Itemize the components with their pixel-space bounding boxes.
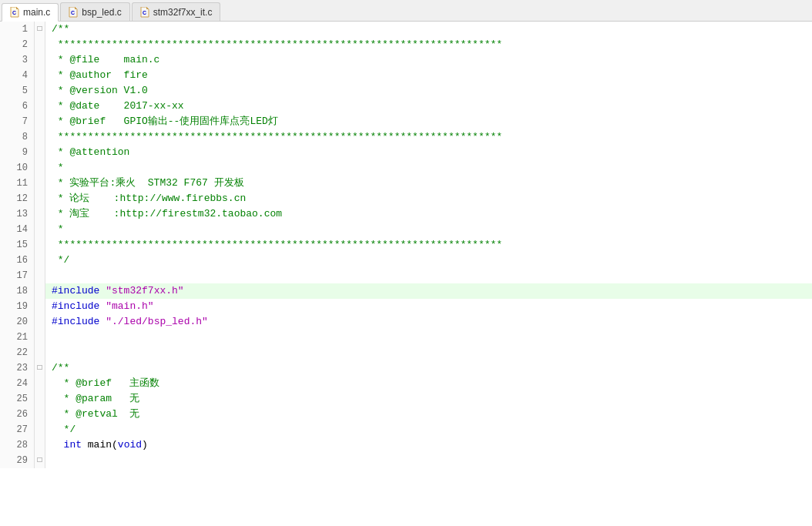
fold-indicator (35, 83, 45, 99)
table-row: 26 * @retval 无 (0, 407, 812, 422)
fold-indicator (35, 437, 45, 453)
tab-bsp-led-c[interactable]: Cbsp_led.c (60, 2, 129, 21)
line-number: 26 (0, 407, 35, 422)
tab-label: stm32f7xx_it.c (153, 7, 213, 18)
tab-stm32f7xx-it-c[interactable]: Cstm32f7xx_it.c (132, 2, 221, 21)
line-content (45, 268, 812, 283)
table-row: 7 * @brief GPIO输出--使用固件库点亮LED灯 (0, 114, 812, 129)
line-number: 20 (0, 314, 35, 330)
fold-indicator[interactable]: □ (35, 360, 45, 376)
line-content: */ (45, 422, 812, 437)
table-row: 16 */ (0, 253, 812, 268)
table-row: 19#include "main.h" (0, 299, 812, 314)
line-number: 8 (0, 129, 35, 145)
table-row: 17 (0, 268, 812, 283)
line-number: 5 (0, 83, 35, 99)
tab-main-c[interactable]: Cmain.c (2, 3, 59, 22)
fold-indicator (35, 422, 45, 437)
line-content: #include "./led/bsp_led.h" (45, 314, 812, 330)
code-editor: 1□/**2 *********************************… (0, 22, 812, 526)
fold-indicator (35, 114, 45, 129)
line-content: /** (45, 22, 812, 37)
line-content: * 淘宝 :http://firestm32.taobao.com (45, 206, 812, 222)
fold-indicator (35, 376, 45, 391)
file-icon: C (10, 7, 19, 18)
line-content: * (45, 160, 812, 176)
line-number: 2 (0, 37, 35, 52)
table-row: 6 * @date 2017-xx-xx (0, 99, 812, 114)
line-number: 21 (0, 330, 35, 345)
table-row: 13 * 淘宝 :http://firestm32.taobao.com (0, 206, 812, 222)
table-row: 5 * @version V1.0 (0, 83, 812, 99)
table-row: 15 *************************************… (0, 237, 812, 253)
table-row: 11 * 实验平台:乘火 STM32 F767 开发板 (0, 176, 812, 191)
fold-indicator[interactable]: □ (35, 22, 45, 37)
line-number: 23 (0, 360, 35, 376)
table-row: 20#include "./led/bsp_led.h" (0, 314, 812, 330)
fold-indicator (35, 129, 45, 145)
line-number: 25 (0, 391, 35, 407)
tab-bar: 编译器中已打开的文件 Cmain.cCbsp_led.cCstm32f7xx_i… (0, 0, 812, 22)
table-row: 21 (0, 330, 812, 345)
file-icon: C (69, 7, 78, 18)
tab-label: main.c (23, 7, 50, 18)
fold-indicator (35, 330, 45, 345)
table-row: 4 * @author fire (0, 68, 812, 83)
table-row: 29□ (0, 453, 812, 468)
line-content: * @date 2017-xx-xx (45, 99, 812, 114)
tab-label: bsp_led.c (82, 7, 121, 18)
line-content: * @param 无 (45, 391, 812, 407)
line-number: 9 (0, 145, 35, 160)
line-number: 6 (0, 99, 35, 114)
table-row: 1□/** (0, 22, 812, 37)
fold-indicator (35, 52, 45, 68)
table-row: 25 * @param 无 (0, 391, 812, 407)
fold-indicator (35, 283, 45, 299)
line-number: 7 (0, 114, 35, 129)
line-content: * @brief 主函数 (45, 376, 812, 391)
line-content: * @attention (45, 145, 812, 160)
line-number: 16 (0, 253, 35, 268)
fold-indicator[interactable]: □ (35, 453, 45, 468)
line-content: #include "main.h" (45, 299, 812, 314)
fold-indicator (35, 268, 45, 283)
fold-indicator (35, 345, 45, 360)
line-number: 27 (0, 422, 35, 437)
fold-indicator (35, 145, 45, 160)
table-row: 22 (0, 345, 812, 360)
fold-indicator (35, 206, 45, 222)
line-number: 24 (0, 376, 35, 391)
table-row: 2 **************************************… (0, 37, 812, 52)
table-row: 3 * @file main.c (0, 52, 812, 68)
line-number: 29 (0, 453, 35, 468)
fold-indicator (35, 68, 45, 83)
fold-indicator (35, 391, 45, 407)
fold-indicator (35, 160, 45, 176)
line-content: * @brief GPIO输出--使用固件库点亮LED灯 (45, 114, 812, 129)
line-number: 17 (0, 268, 35, 283)
line-number: 22 (0, 345, 35, 360)
line-content (45, 330, 812, 345)
file-icon: C (140, 7, 149, 18)
line-content: ****************************************… (45, 37, 812, 52)
line-content: /** (45, 360, 812, 376)
line-content (45, 453, 812, 468)
table-row: 24 * @brief 主函数 (0, 376, 812, 391)
line-content: ****************************************… (45, 129, 812, 145)
table-row: 23□/** (0, 360, 812, 376)
table-row: 8 **************************************… (0, 129, 812, 145)
fold-indicator (35, 407, 45, 422)
table-row: 12 * 论坛 :http://www.firebbs.cn (0, 191, 812, 206)
line-content: * 论坛 :http://www.firebbs.cn (45, 191, 812, 206)
table-row: 27 */ (0, 422, 812, 437)
line-number: 15 (0, 237, 35, 253)
fold-indicator (35, 37, 45, 52)
line-number: 1 (0, 22, 35, 37)
line-content: ****************************************… (45, 237, 812, 253)
line-content: * @version V1.0 (45, 83, 812, 99)
line-number: 12 (0, 191, 35, 206)
table-row: 9 * @attention (0, 145, 812, 160)
line-number: 11 (0, 176, 35, 191)
table-row: 14 * (0, 222, 812, 237)
fold-indicator (35, 314, 45, 330)
